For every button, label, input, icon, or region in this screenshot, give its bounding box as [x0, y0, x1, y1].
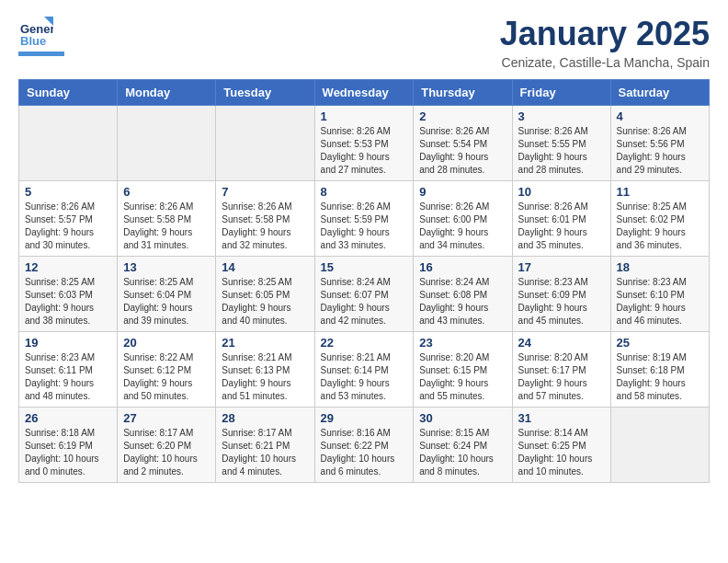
calendar-week-row: 26Sunrise: 8:18 AM Sunset: 6:19 PM Dayli… [19, 408, 710, 483]
calendar-cell [216, 106, 314, 181]
day-number: 19 [25, 336, 111, 350]
calendar-cell: 19Sunrise: 8:23 AM Sunset: 6:11 PM Dayli… [19, 332, 118, 408]
day-number: 7 [222, 185, 308, 199]
day-info: Sunrise: 8:26 AM Sunset: 5:55 PM Dayligh… [518, 125, 605, 177]
day-number: 27 [123, 411, 210, 425]
day-number: 22 [321, 336, 408, 350]
day-number: 29 [321, 411, 408, 425]
calendar-cell: 26Sunrise: 8:18 AM Sunset: 6:19 PM Dayli… [19, 408, 118, 483]
calendar-cell: 27Sunrise: 8:17 AM Sunset: 6:20 PM Dayli… [118, 408, 216, 483]
day-info: Sunrise: 8:25 AM Sunset: 6:02 PM Dayligh… [617, 201, 703, 252]
day-number: 28 [222, 411, 308, 425]
calendar-cell: 5Sunrise: 8:26 AM Sunset: 5:57 PM Daylig… [19, 181, 118, 257]
calendar-cell: 1Sunrise: 8:26 AM Sunset: 5:53 PM Daylig… [314, 106, 414, 181]
day-number: 11 [617, 185, 703, 199]
day-info: Sunrise: 8:14 AM Sunset: 6:25 PM Dayligh… [518, 427, 605, 478]
logo-bar [18, 52, 64, 56]
day-info: Sunrise: 8:21 AM Sunset: 6:13 PM Dayligh… [222, 351, 308, 403]
header: General Blue January 2025 Cenizate, Cast… [18, 15, 710, 70]
calendar-header-row: SundayMondayTuesdayWednesdayThursdayFrid… [19, 80, 710, 106]
logo-icon: General Blue [18, 15, 53, 50]
calendar-cell: 3Sunrise: 8:26 AM Sunset: 5:55 PM Daylig… [512, 106, 610, 181]
month-title: January 2025 [500, 15, 710, 53]
calendar-week-row: 1Sunrise: 8:26 AM Sunset: 5:53 PM Daylig… [19, 106, 710, 181]
calendar-day-header: Friday [512, 80, 610, 106]
day-number: 5 [25, 185, 111, 199]
day-info: Sunrise: 8:23 AM Sunset: 6:10 PM Dayligh… [617, 276, 703, 327]
calendar-cell: 25Sunrise: 8:19 AM Sunset: 6:18 PM Dayli… [610, 332, 709, 408]
day-number: 17 [518, 260, 605, 274]
logo: General Blue [18, 15, 64, 56]
day-number: 4 [617, 109, 703, 123]
day-number: 24 [518, 336, 605, 350]
day-number: 26 [25, 411, 111, 425]
calendar-day-header: Thursday [414, 80, 512, 106]
calendar-week-row: 12Sunrise: 8:25 AM Sunset: 6:03 PM Dayli… [19, 257, 710, 332]
calendar-cell: 14Sunrise: 8:25 AM Sunset: 6:05 PM Dayli… [216, 257, 314, 332]
calendar-cell: 2Sunrise: 8:26 AM Sunset: 5:54 PM Daylig… [414, 106, 512, 181]
title-area: January 2025 Cenizate, Castille-La Manch… [500, 15, 710, 70]
day-info: Sunrise: 8:24 AM Sunset: 6:07 PM Dayligh… [321, 276, 408, 327]
day-info: Sunrise: 8:26 AM Sunset: 5:58 PM Dayligh… [222, 201, 308, 252]
svg-text:Blue: Blue [20, 34, 46, 48]
calendar-cell [19, 106, 118, 181]
day-number: 1 [321, 109, 408, 123]
day-number: 2 [419, 109, 506, 123]
day-info: Sunrise: 8:26 AM Sunset: 5:54 PM Dayligh… [419, 125, 506, 177]
page: General Blue January 2025 Cenizate, Cast… [0, 0, 728, 501]
calendar-cell: 8Sunrise: 8:26 AM Sunset: 5:59 PM Daylig… [314, 181, 414, 257]
day-info: Sunrise: 8:17 AM Sunset: 6:20 PM Dayligh… [123, 427, 210, 478]
calendar-day-header: Wednesday [314, 80, 414, 106]
calendar-cell: 23Sunrise: 8:20 AM Sunset: 6:15 PM Dayli… [414, 332, 512, 408]
day-info: Sunrise: 8:26 AM Sunset: 6:00 PM Dayligh… [419, 201, 506, 252]
day-info: Sunrise: 8:24 AM Sunset: 6:08 PM Dayligh… [419, 276, 506, 327]
day-number: 30 [419, 411, 506, 425]
day-number: 13 [123, 260, 210, 274]
calendar-cell: 16Sunrise: 8:24 AM Sunset: 6:08 PM Dayli… [414, 257, 512, 332]
day-number: 8 [321, 185, 408, 199]
day-info: Sunrise: 8:25 AM Sunset: 6:05 PM Dayligh… [222, 276, 308, 327]
day-number: 3 [518, 109, 605, 123]
day-info: Sunrise: 8:26 AM Sunset: 5:57 PM Dayligh… [25, 201, 111, 252]
day-info: Sunrise: 8:25 AM Sunset: 6:04 PM Dayligh… [123, 276, 210, 327]
day-info: Sunrise: 8:26 AM Sunset: 5:58 PM Dayligh… [123, 201, 210, 252]
day-info: Sunrise: 8:15 AM Sunset: 6:24 PM Dayligh… [419, 427, 506, 478]
day-info: Sunrise: 8:26 AM Sunset: 5:59 PM Dayligh… [321, 201, 408, 252]
calendar-cell: 30Sunrise: 8:15 AM Sunset: 6:24 PM Dayli… [414, 408, 512, 483]
day-info: Sunrise: 8:23 AM Sunset: 6:09 PM Dayligh… [518, 276, 605, 327]
day-info: Sunrise: 8:22 AM Sunset: 6:12 PM Dayligh… [123, 351, 210, 403]
calendar-day-header: Tuesday [216, 80, 314, 106]
day-info: Sunrise: 8:26 AM Sunset: 5:56 PM Dayligh… [617, 125, 703, 177]
calendar-week-row: 5Sunrise: 8:26 AM Sunset: 5:57 PM Daylig… [19, 181, 710, 257]
day-info: Sunrise: 8:19 AM Sunset: 6:18 PM Dayligh… [617, 351, 703, 403]
subtitle: Cenizate, Castille-La Mancha, Spain [500, 55, 710, 70]
day-info: Sunrise: 8:16 AM Sunset: 6:22 PM Dayligh… [321, 427, 408, 478]
day-number: 16 [419, 260, 506, 274]
calendar-cell: 13Sunrise: 8:25 AM Sunset: 6:04 PM Dayli… [118, 257, 216, 332]
calendar-cell: 7Sunrise: 8:26 AM Sunset: 5:58 PM Daylig… [216, 181, 314, 257]
day-number: 14 [222, 260, 308, 274]
calendar-week-row: 19Sunrise: 8:23 AM Sunset: 6:11 PM Dayli… [19, 332, 710, 408]
day-number: 6 [123, 185, 210, 199]
day-number: 31 [518, 411, 605, 425]
calendar-cell: 31Sunrise: 8:14 AM Sunset: 6:25 PM Dayli… [512, 408, 610, 483]
calendar-cell: 6Sunrise: 8:26 AM Sunset: 5:58 PM Daylig… [118, 181, 216, 257]
day-info: Sunrise: 8:26 AM Sunset: 5:53 PM Dayligh… [321, 125, 408, 177]
calendar-cell [610, 408, 709, 483]
calendar-cell: 17Sunrise: 8:23 AM Sunset: 6:09 PM Dayli… [512, 257, 610, 332]
calendar-day-header: Sunday [19, 80, 118, 106]
calendar-day-header: Monday [118, 80, 216, 106]
day-number: 23 [419, 336, 506, 350]
day-number: 10 [518, 185, 605, 199]
calendar-cell: 28Sunrise: 8:17 AM Sunset: 6:21 PM Dayli… [216, 408, 314, 483]
calendar-cell: 24Sunrise: 8:20 AM Sunset: 6:17 PM Dayli… [512, 332, 610, 408]
day-number: 25 [617, 336, 703, 350]
day-info: Sunrise: 8:26 AM Sunset: 6:01 PM Dayligh… [518, 201, 605, 252]
day-info: Sunrise: 8:21 AM Sunset: 6:14 PM Dayligh… [321, 351, 408, 403]
calendar-cell: 11Sunrise: 8:25 AM Sunset: 6:02 PM Dayli… [610, 181, 709, 257]
day-number: 21 [222, 336, 308, 350]
calendar-cell: 12Sunrise: 8:25 AM Sunset: 6:03 PM Dayli… [19, 257, 118, 332]
day-number: 15 [321, 260, 408, 274]
day-number: 18 [617, 260, 703, 274]
calendar-day-header: Saturday [610, 80, 709, 106]
